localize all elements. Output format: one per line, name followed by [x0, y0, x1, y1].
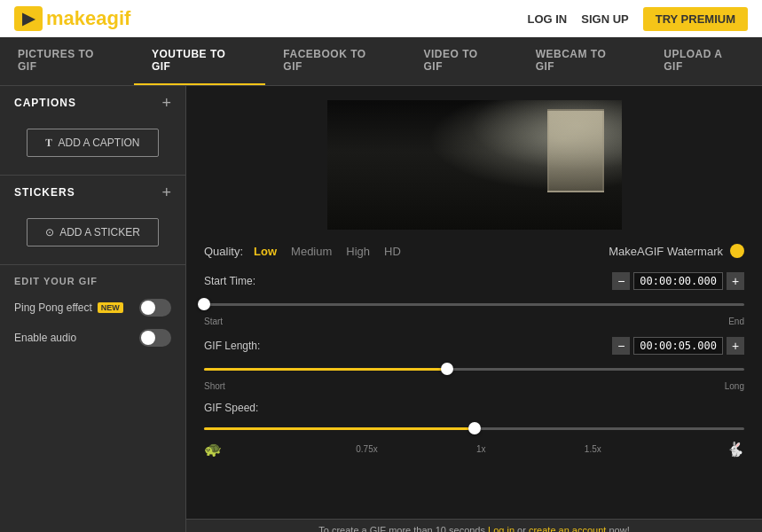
- stickers-plus-icon[interactable]: +: [161, 184, 171, 200]
- tab-facebook[interactable]: FACEBOOK TO GIF: [265, 37, 405, 85]
- captions-header[interactable]: CAPTIONS +: [0, 86, 185, 120]
- stickers-title: STICKERS: [14, 186, 75, 199]
- gif-length-header: GIF Length: − 00:00:05.000 +: [204, 337, 744, 355]
- stickers-header[interactable]: STICKERS +: [0, 176, 185, 209]
- start-time-labels: Start End: [204, 317, 744, 326]
- text-icon: 𝐓: [45, 137, 52, 149]
- create-account-link[interactable]: create an account: [529, 525, 606, 532]
- enable-audio-label: Enable audio: [14, 332, 76, 344]
- controls-area: Quality: Low Medium High HD MakeAGIF Wat…: [186, 244, 762, 519]
- gif-speed-header: GIF Speed:: [204, 402, 744, 414]
- quality-options: Low Medium High HD: [254, 245, 401, 258]
- ping-pong-label: Ping Pong effect NEW: [14, 301, 123, 314]
- speed-icons: 🐢 0.75x 1x 1.5x 🐇: [204, 441, 744, 458]
- start-time-control: − 00:00:00.000 +: [612, 272, 744, 290]
- gif-speed-slider[interactable]: [204, 418, 744, 439]
- stickers-content: ⊙ ADD A STICKER: [0, 209, 185, 264]
- edit-section: EDIT YOUR GIF Ping Pong effect NEW Enabl…: [0, 265, 185, 370]
- new-badge: NEW: [98, 302, 123, 313]
- quality-label: Quality:: [204, 245, 243, 258]
- gif-length-row: GIF Length: − 00:00:05.000 + Short Lon: [204, 337, 744, 391]
- fast-icon: 🐇: [727, 441, 744, 458]
- start-time-label: Start Time:: [204, 275, 255, 287]
- start-time-slider[interactable]: [204, 293, 744, 315]
- start-label: Start: [204, 317, 223, 326]
- logo: ▶ makeagif: [14, 6, 130, 31]
- gif-speed-thumb[interactable]: [468, 422, 481, 434]
- captions-title: CAPTIONS: [14, 97, 76, 109]
- quality-row: Quality: Low Medium High HD MakeAGIF Wat…: [204, 244, 744, 258]
- captions-section: CAPTIONS + 𝐓 ADD A CAPTION: [0, 86, 185, 176]
- speed-1: 1x: [476, 444, 486, 454]
- gif-length-track: [204, 368, 744, 371]
- main-layout: CAPTIONS + 𝐓 ADD A CAPTION STICKERS + ⊙ …: [0, 86, 762, 532]
- start-time-row: Start Time: − 00:00:00.000 + Start End: [204, 272, 744, 326]
- gif-speed-label: GIF Speed:: [204, 402, 258, 414]
- nav-tabs: PICTURES TO GIF YOUTUBE TO GIF FACEBOOK …: [0, 37, 762, 86]
- watermark-row: MakeAGIF Watermark: [609, 244, 744, 258]
- add-caption-button[interactable]: 𝐓 ADD A CAPTION: [27, 129, 158, 157]
- enable-audio-toggle[interactable]: [139, 329, 171, 347]
- quality-medium[interactable]: Medium: [291, 245, 332, 258]
- login-link[interactable]: LOG IN: [527, 12, 567, 26]
- tab-pictures[interactable]: PICTURES TO GIF: [0, 37, 134, 85]
- content-area: Quality: Low Medium High HD MakeAGIF Wat…: [186, 86, 762, 532]
- start-time-display: 00:00:00.000: [633, 272, 723, 290]
- start-time-plus[interactable]: +: [727, 272, 744, 290]
- gif-length-display: 00:00:05.000: [633, 337, 723, 355]
- gif-speed-fill: [204, 427, 475, 430]
- logo-icon: ▶: [14, 6, 43, 31]
- gif-length-plus[interactable]: +: [727, 337, 744, 355]
- room-image: [327, 100, 622, 230]
- long-label: Long: [725, 381, 744, 391]
- gif-length-control: − 00:00:05.000 +: [612, 337, 744, 355]
- start-time-minus[interactable]: −: [612, 272, 630, 290]
- speed-075: 0.75x: [356, 444, 377, 454]
- sidebar: CAPTIONS + 𝐓 ADD A CAPTION STICKERS + ⊙ …: [0, 86, 186, 532]
- tab-webcam[interactable]: WEBCAM TO GIF: [518, 37, 647, 85]
- captions-plus-icon[interactable]: +: [161, 95, 171, 111]
- enable-audio-row: Enable audio: [14, 329, 171, 347]
- start-time-header: Start Time: − 00:00:00.000 +: [204, 272, 744, 290]
- sticker-icon: ⊙: [45, 226, 54, 239]
- start-time-track: [204, 303, 744, 306]
- login-link-info[interactable]: Log in: [488, 525, 515, 532]
- video-area: [186, 86, 762, 244]
- premium-button[interactable]: TRY PREMIUM: [643, 7, 748, 31]
- gif-speed-row: GIF Speed: 🐢 0.75x 1x 1.5x 🐇: [204, 402, 744, 458]
- short-label: Short: [204, 381, 225, 391]
- tab-upload[interactable]: UPLOAD A GIF: [646, 37, 762, 85]
- ping-pong-toggle[interactable]: [139, 299, 171, 317]
- video-preview: [327, 100, 622, 230]
- gif-length-thumb[interactable]: [441, 363, 453, 375]
- gif-length-label: GIF Length:: [204, 340, 260, 352]
- add-sticker-button[interactable]: ⊙ ADD A STICKER: [27, 218, 159, 246]
- tab-youtube[interactable]: YOUTUBE TO GIF: [134, 37, 265, 85]
- gif-length-minus[interactable]: −: [612, 337, 630, 355]
- quality-high[interactable]: High: [346, 245, 370, 258]
- start-time-thumb[interactable]: [198, 298, 210, 310]
- end-label: End: [728, 317, 744, 326]
- watermark-toggle[interactable]: [730, 244, 744, 258]
- quality-low[interactable]: Low: [254, 245, 277, 258]
- ping-pong-row: Ping Pong effect NEW: [14, 299, 171, 317]
- stickers-section: STICKERS + ⊙ ADD A STICKER: [0, 176, 185, 265]
- quality-group: Quality: Low Medium High HD: [204, 245, 401, 258]
- gif-length-slider[interactable]: [204, 358, 744, 379]
- watermark-label: MakeAGIF Watermark: [609, 245, 723, 258]
- header: ▶ makeagif LOG IN SIGN UP TRY PREMIUM: [0, 0, 762, 37]
- info-bar: To create a GIF more than 10 seconds Log…: [186, 519, 762, 532]
- edit-section-title: EDIT YOUR GIF: [14, 276, 171, 286]
- speed-15: 1.5x: [585, 444, 601, 454]
- gif-speed-track: [204, 427, 744, 430]
- gif-length-labels: Short Long: [204, 381, 744, 391]
- quality-hd[interactable]: HD: [384, 245, 401, 258]
- gif-length-fill: [204, 368, 447, 371]
- tab-video[interactable]: VIDEO TO GIF: [406, 37, 518, 85]
- logo-text: makeagif: [46, 7, 130, 30]
- signup-link[interactable]: SIGN UP: [581, 12, 628, 26]
- slow-icon: 🐢: [204, 441, 222, 458]
- captions-content: 𝐓 ADD A CAPTION: [0, 120, 185, 175]
- header-nav: LOG IN SIGN UP TRY PREMIUM: [527, 7, 748, 31]
